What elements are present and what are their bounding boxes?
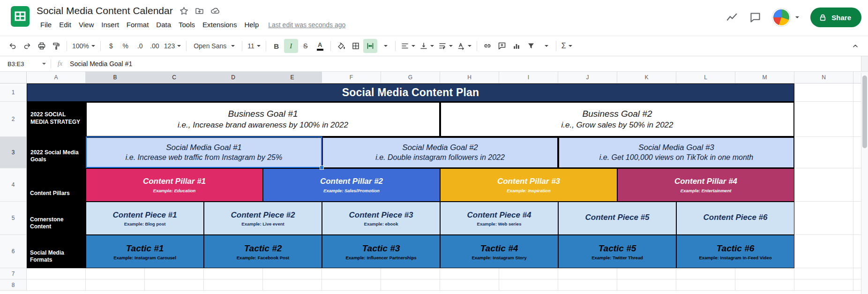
print-button[interactable] — [35, 39, 49, 53]
collapse-toolbar-button[interactable] — [848, 39, 862, 53]
account-menu[interactable] — [772, 8, 799, 26]
menu-extensions[interactable]: Extensions — [199, 19, 240, 30]
title-banner-cell[interactable]: Social Media Content Plan — [27, 83, 794, 102]
content-piece-1-cell[interactable]: Content Piece #1 Example: Blog post — [86, 202, 204, 235]
row-header-2[interactable]: 2 — [0, 102, 27, 137]
vertical-scrollbar[interactable] — [861, 73, 868, 294]
filter-views-dropdown[interactable] — [539, 39, 553, 53]
vertical-align-dropdown[interactable] — [418, 39, 436, 53]
menu-edit[interactable]: Edit — [55, 19, 75, 30]
percent-format-button[interactable]: % — [119, 39, 133, 53]
row-header-8[interactable]: 8 — [0, 279, 27, 291]
content-piece-6-cell[interactable]: Content Piece #6 — [676, 202, 794, 235]
social-goal-1-cell-selected[interactable]: Social Media Goal #1 i.e. Increase web t… — [86, 137, 322, 168]
insights-chart-icon[interactable] — [726, 11, 738, 23]
cloud-saved-icon[interactable] — [210, 7, 220, 15]
redo-button[interactable] — [20, 39, 34, 53]
text-rotation-dropdown[interactable] — [455, 39, 473, 53]
strikethrough-button[interactable]: S — [299, 39, 313, 53]
horizontal-align-dropdown[interactable] — [399, 39, 417, 53]
content-piece-2-cell[interactable]: Content Piece #2 Example: Live event — [204, 202, 322, 235]
row-header-5[interactable]: 5 — [0, 202, 27, 235]
content-pillar-3-cell[interactable]: Content Pillar #3 Example: Inspiration — [440, 168, 617, 202]
decrease-decimal-button[interactable]: .0 — [133, 39, 147, 53]
filter-button[interactable] — [524, 39, 538, 53]
borders-button[interactable] — [349, 39, 363, 53]
avatar[interactable] — [772, 8, 790, 26]
column-header-i[interactable]: I — [499, 72, 558, 83]
business-goal-1-cell[interactable]: Business Goal #1 i.e., Increase brand aw… — [86, 102, 440, 137]
column-header-d[interactable]: D — [204, 72, 263, 83]
paint-format-button[interactable] — [49, 39, 63, 53]
column-header-m[interactable]: M — [735, 72, 794, 83]
social-goal-2-cell[interactable]: Social Media Goal #2 i.e. Double instagr… — [322, 137, 558, 168]
pillars-label-cell[interactable]: Content Pillars — [27, 168, 86, 202]
last-edit-link[interactable]: Last edit was seconds ago — [268, 21, 345, 29]
row-header-3[interactable]: 3 — [0, 137, 27, 168]
star-icon[interactable] — [180, 7, 188, 15]
tactic-3-cell[interactable]: Tactic #3 Example: Influencer Partnershi… — [322, 235, 440, 268]
empty-row-cells[interactable] — [27, 279, 868, 291]
menu-file[interactable]: File — [37, 19, 55, 30]
insert-chart-button[interactable] — [509, 39, 524, 53]
column-header-l[interactable]: L — [676, 72, 735, 83]
insert-comment-button[interactable] — [495, 39, 509, 53]
sheets-logo-icon[interactable] — [9, 6, 31, 27]
column-header-k[interactable]: K — [617, 72, 676, 83]
insert-link-button[interactable] — [480, 39, 494, 53]
text-color-button[interactable]: A — [313, 39, 327, 53]
increase-decimal-button[interactable]: .00 — [148, 39, 162, 53]
formula-input[interactable]: Social Media Goal #1 — [70, 60, 132, 68]
row-header-1[interactable]: 1 — [0, 83, 27, 102]
content-pillar-2-cell[interactable]: Content Pillar #2 Example: Sales/Promoti… — [263, 168, 440, 202]
row-header-7[interactable]: 7 — [0, 268, 27, 279]
tactic-4-cell[interactable]: Tactic #4 Example: Instagram Story — [440, 235, 558, 268]
column-header-j[interactable]: J — [558, 72, 617, 83]
column-header-n[interactable]: N — [794, 72, 853, 83]
social-goal-3-cell[interactable]: Social Media Goal #3 i.e. Get 100,000 vi… — [558, 137, 794, 168]
tactic-1-cell[interactable]: Tactic #1 Example: Instagram Carousel — [86, 235, 204, 268]
content-piece-4-cell[interactable]: Content Piece #4 Example: Web series — [440, 202, 558, 235]
empty-cell[interactable] — [794, 235, 853, 268]
content-pillar-1-cell[interactable]: Content Pillar #1 Example: Education — [86, 168, 263, 202]
tactic-5-cell[interactable]: Tactic #5 Example: Twitter Thread — [558, 235, 676, 268]
goals-label-cell[interactable]: 2022 Social Media Goals — [27, 137, 86, 168]
document-title[interactable]: Social Media Content Calendar — [37, 5, 173, 16]
column-header-e[interactable]: E — [263, 72, 322, 83]
menu-tools[interactable]: Tools — [175, 19, 199, 30]
bold-button[interactable]: B — [269, 39, 284, 53]
menu-insert[interactable]: Insert — [97, 19, 123, 30]
content-piece-3-cell[interactable]: Content Piece #3 Example: ebook — [322, 202, 440, 235]
merge-cells-button[interactable] — [363, 39, 377, 53]
row-header-6[interactable]: 6 — [0, 235, 27, 268]
empty-row-cells[interactable] — [27, 268, 868, 279]
font-size-dropdown[interactable]: 11 — [246, 39, 262, 53]
strategy-label-cell[interactable]: 2022 SOCIAL MEDIA STRATEGY — [27, 102, 86, 137]
column-header-g[interactable]: G — [381, 72, 440, 83]
number-format-dropdown[interactable]: 123 — [162, 39, 183, 53]
move-folder-icon[interactable] — [195, 7, 204, 15]
menu-format[interactable]: Format — [123, 19, 153, 30]
empty-cell[interactable] — [794, 137, 853, 168]
currency-format-button[interactable]: $ — [104, 39, 118, 53]
column-header-b[interactable]: B — [86, 72, 145, 83]
menu-help[interactable]: Help — [240, 19, 262, 30]
cornerstone-label-cell[interactable]: Cornerstone Content — [27, 202, 86, 235]
share-button[interactable]: Share — [810, 8, 861, 27]
fill-handle[interactable] — [320, 166, 324, 170]
column-header-a[interactable]: A — [27, 72, 86, 83]
column-header-f[interactable]: F — [322, 72, 381, 83]
select-all-corner[interactable] — [0, 72, 27, 83]
scrollbar-thumb[interactable] — [862, 75, 867, 148]
empty-cell[interactable] — [794, 102, 853, 137]
undo-button[interactable] — [6, 39, 20, 53]
fill-color-button[interactable] — [334, 39, 348, 53]
column-header-c[interactable]: C — [145, 72, 204, 83]
tactic-2-cell[interactable]: Tactic #2 Example: Facebook Post — [204, 235, 322, 268]
font-family-dropdown[interactable]: Open Sans — [190, 39, 239, 53]
content-pillar-4-cell[interactable]: Content Pillar #4 Example: Entertainment — [617, 168, 794, 202]
italic-button[interactable]: I — [284, 39, 298, 53]
name-box[interactable]: B3:E3 — [0, 60, 51, 68]
text-wrap-dropdown[interactable] — [436, 39, 455, 53]
empty-cell[interactable] — [794, 202, 853, 235]
